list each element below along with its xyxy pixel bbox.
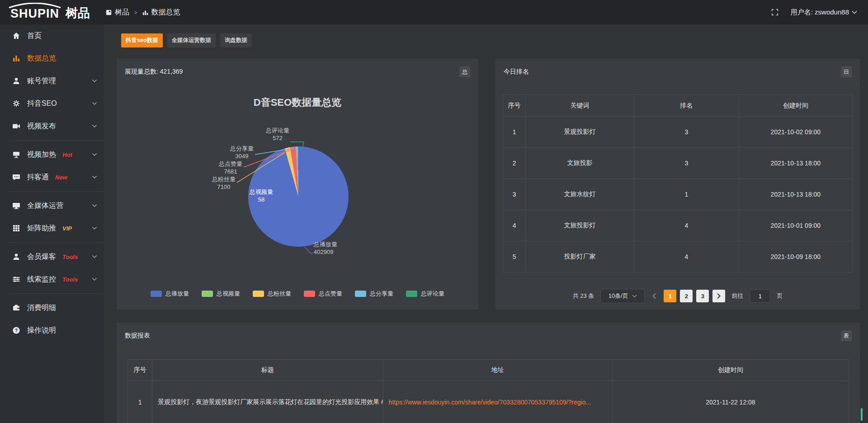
pie-label-总评论量: 总评论量572 bbox=[266, 127, 289, 142]
report-title: 数据报表 bbox=[125, 332, 150, 340]
table-badge[interactable]: 表 bbox=[841, 330, 852, 341]
impressions-total: 展现量总数: 421,369 bbox=[125, 68, 183, 76]
user-menu[interactable]: 用户名: zswodun88 bbox=[791, 8, 857, 17]
data-tabs: 抖音seo数据全媒体运营数据询盘数据 bbox=[121, 33, 252, 47]
breadcrumb-item-home[interactable]: 树品 bbox=[105, 8, 129, 17]
legend-item-总评论量[interactable]: 总评论量 bbox=[406, 290, 444, 298]
prev-page-button[interactable] bbox=[651, 293, 657, 299]
goto-page-input[interactable]: 1 bbox=[750, 289, 770, 303]
sidebar-divider bbox=[8, 242, 104, 243]
sidebar-item-抖音SEO[interactable]: 抖音SEO bbox=[0, 92, 104, 115]
seo-overview-panel: 展现量总数: 421,369 总 D音SEO数据量总览 总播放量402909总视… bbox=[117, 59, 478, 310]
sidebar-item-全媒体运营[interactable]: 全媒体运营 bbox=[0, 194, 104, 217]
chevron-down-icon bbox=[852, 10, 857, 14]
app-icon bbox=[105, 9, 112, 16]
chevron-left-icon bbox=[652, 293, 656, 299]
page-button-1[interactable]: 1 bbox=[664, 290, 676, 302]
column-header: 关键词 bbox=[526, 95, 634, 117]
sidebar-item-会员爆客[interactable]: 会员爆客Tools bbox=[0, 245, 104, 268]
sidebar-item-label: 抖客通 bbox=[27, 173, 49, 182]
chevron-down-icon bbox=[92, 78, 97, 84]
table-cell: 2 bbox=[503, 148, 526, 179]
page: SHUPIN 树品 树品 > 数据总览 用户名: zswodun88 bbox=[0, 0, 868, 423]
breadcrumb-item-current[interactable]: 数据总览 bbox=[142, 8, 180, 17]
legend-item-总视频量[interactable]: 总视频量 bbox=[202, 290, 240, 298]
sidebar-item-label: 消费明细 bbox=[27, 303, 56, 313]
legend-swatch bbox=[253, 291, 264, 297]
sidebar-item-操作说明[interactable]: ?操作说明 bbox=[0, 319, 104, 342]
legend-label: 总点赞量 bbox=[319, 290, 342, 298]
today-ranking-panel: 今日排名 日 序号关键词排名创建时间 1景观投影灯32021-10-02 09:… bbox=[495, 59, 860, 310]
sidebar-item-线索监控[interactable]: 线索监控Tools bbox=[0, 268, 104, 291]
legend-item-总粉丝量[interactable]: 总粉丝量 bbox=[253, 290, 291, 298]
legend-item-总分享量[interactable]: 总分享量 bbox=[355, 290, 393, 298]
bar-chart-icon bbox=[12, 54, 21, 63]
chevron-down-icon bbox=[92, 152, 97, 157]
chevron-down-icon bbox=[92, 226, 97, 231]
sidebar-item-矩阵助推[interactable]: 矩阵助推VIP bbox=[0, 217, 104, 240]
tab-全媒体运营数据[interactable]: 全媒体运营数据 bbox=[167, 33, 216, 47]
logo[interactable]: SHUPIN 树品 bbox=[7, 3, 90, 20]
chevron-down-icon bbox=[632, 294, 637, 298]
sliders-icon bbox=[12, 275, 21, 284]
sidebar-item-视频加热[interactable]: 视频加热Hot bbox=[0, 143, 104, 166]
legend-swatch bbox=[202, 291, 213, 297]
page-button-2[interactable]: 2 bbox=[680, 290, 693, 302]
column-header: 排名 bbox=[634, 95, 739, 117]
legend-swatch bbox=[406, 291, 417, 297]
tab-询盘数据[interactable]: 询盘数据 bbox=[220, 33, 252, 47]
day-badge[interactable]: 日 bbox=[841, 66, 852, 77]
header-right: 用户名: zswodun88 bbox=[771, 0, 857, 24]
sidebar-divider bbox=[8, 293, 104, 294]
pie-chart: D音SEO数据量总览 总播放量402909总视频量58总粉丝量7100总点赞量7… bbox=[117, 85, 478, 310]
sidebar-item-数据总览[interactable]: 数据总览 bbox=[0, 47, 104, 70]
legend-label: 总粉丝量 bbox=[268, 290, 291, 298]
table-cell: 5 bbox=[503, 241, 526, 273]
pie-label-总分享量: 总分享量3049 bbox=[230, 145, 254, 160]
table-cell: 2021-10-13 18:00 bbox=[739, 148, 852, 179]
pie-label-总播放量: 总播放量402909 bbox=[314, 240, 337, 256]
column-header: 序号 bbox=[503, 95, 526, 117]
report-table: 序号标题地址创建时间 1景观投影灯，夜游景观投影灯厂家展示展示落花灯在花园里的灯… bbox=[127, 359, 849, 423]
sidebar-item-label: 线索监控 bbox=[27, 275, 56, 284]
table-row: 5投影灯厂家42021-10-09 18:00 bbox=[503, 241, 853, 273]
username-label: 用户名: zswodun88 bbox=[791, 8, 849, 17]
ranking-title: 今日排名 bbox=[504, 68, 529, 76]
chevron-down-icon bbox=[92, 254, 97, 259]
sidebar-item-消费明细[interactable]: 消费明细 bbox=[0, 296, 104, 319]
next-page-button[interactable] bbox=[712, 290, 725, 302]
table-cell: 1 bbox=[503, 117, 526, 148]
sidebar-item-抖客通[interactable]: 抖客通New bbox=[0, 166, 104, 188]
top-header: SHUPIN 树品 树品 > 数据总览 用户名: zswodun88 bbox=[0, 0, 868, 24]
member-icon bbox=[12, 252, 21, 261]
page-button-3[interactable]: 3 bbox=[696, 290, 709, 302]
sidebar-badge: VIP bbox=[62, 225, 72, 232]
total-badge[interactable]: 总 bbox=[459, 66, 470, 77]
sidebar-item-label: 账号管理 bbox=[27, 76, 56, 86]
legend-item-总点赞量[interactable]: 总点赞量 bbox=[304, 290, 342, 298]
page-size-select[interactable]: 10条/页 bbox=[600, 289, 645, 303]
pie-label-总视频量: 总视频量58 bbox=[250, 188, 273, 203]
sidebar-item-视频发布[interactable]: 视频发布 bbox=[0, 115, 104, 137]
sidebar-badge: New bbox=[55, 174, 67, 181]
table-cell: 4 bbox=[503, 210, 526, 241]
grid-icon bbox=[12, 224, 21, 233]
user-icon bbox=[12, 76, 21, 85]
fullscreen-icon[interactable] bbox=[771, 8, 779, 16]
chevron-down-icon bbox=[92, 203, 97, 208]
legend-item-总播放量[interactable]: 总播放量 bbox=[151, 290, 189, 298]
report-title-cell: 景观投影灯，夜游景观投影灯厂家展示展示落花灯在花园里的灯光投影应用效果 # bbox=[152, 381, 383, 423]
sidebar-item-首页[interactable]: 首页 bbox=[0, 24, 104, 47]
report-link[interactable]: https://www.iesdouyin.com/share/video/70… bbox=[389, 399, 591, 406]
table-cell: 1 bbox=[634, 179, 739, 210]
tab-抖音seo数据[interactable]: 抖音seo数据 bbox=[121, 33, 163, 47]
right-edge-widget[interactable] bbox=[861, 408, 863, 421]
breadcrumb-label: 树品 bbox=[115, 8, 129, 17]
table-row: 1景观投影灯，夜游景观投影灯厂家展示展示落花灯在花园里的灯光投影应用效果 #ht… bbox=[128, 381, 849, 423]
chart-legend: 总播放量总视频量总粉丝量总点赞量总分享量总评论量 bbox=[117, 290, 478, 298]
chevron-down-icon bbox=[92, 123, 97, 129]
wallet-icon bbox=[12, 303, 21, 312]
breadcrumb: 树品 > 数据总览 bbox=[105, 0, 180, 24]
sidebar-item-账号管理[interactable]: 账号管理 bbox=[0, 70, 104, 92]
sidebar-badge: Tools bbox=[62, 254, 78, 260]
